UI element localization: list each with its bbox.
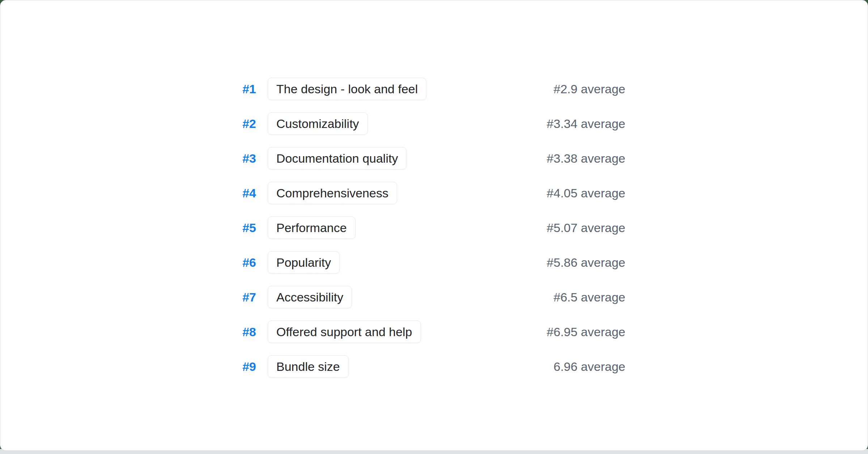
rank-badge: #7: [230, 290, 256, 304]
ranking-row: #6 Popularity #5.86 average: [230, 251, 625, 274]
ranking-row: #2 Customizability #3.34 average: [230, 112, 625, 135]
rank-badge: #1: [230, 82, 256, 96]
average-value: #5.07 average: [547, 221, 625, 235]
survey-card: #1 The design - look and feel #2.9 avera…: [0, 0, 868, 451]
option-card[interactable]: Comprehensiveness: [268, 182, 397, 204]
ranking-row: #4 Comprehensiveness #4.05 average: [230, 182, 625, 204]
rank-badge: #4: [230, 186, 256, 200]
average-value: #6.5 average: [554, 290, 626, 304]
rank-badge: #3: [230, 151, 256, 166]
option-card[interactable]: Offered support and help: [268, 321, 421, 343]
option-card[interactable]: Accessibility: [268, 286, 352, 308]
average-value: #6.95 average: [547, 325, 625, 339]
average-value: #2.9 average: [554, 82, 626, 96]
rank-badge: #5: [230, 221, 256, 235]
option-card[interactable]: Documentation quality: [268, 147, 407, 170]
ranking-row: #3 Documentation quality #3.38 average: [230, 147, 625, 170]
ranking-row: #7 Accessibility #6.5 average: [230, 286, 625, 308]
option-card[interactable]: Popularity: [268, 251, 340, 274]
ranking-row: #5 Performance #5.07 average: [230, 217, 625, 239]
rank-badge: #2: [230, 117, 256, 131]
average-value: #5.86 average: [547, 256, 625, 270]
average-value: #4.05 average: [547, 186, 625, 200]
option-card[interactable]: Customizability: [268, 112, 368, 135]
rank-badge: #8: [230, 325, 256, 339]
average-value: #3.34 average: [547, 117, 625, 131]
average-value: #3.38 average: [547, 151, 625, 166]
ranking-row: #8 Offered support and help #6.95 averag…: [230, 321, 625, 343]
rank-badge: #9: [230, 360, 256, 374]
ranking-list: #1 The design - look and feel #2.9 avera…: [0, 78, 868, 390]
ranking-row: #9 Bundle size 6.96 average: [230, 355, 625, 378]
rank-badge: #6: [230, 256, 256, 270]
option-card[interactable]: The design - look and feel: [268, 78, 426, 100]
ranking-row: #1 The design - look and feel #2.9 avera…: [230, 78, 625, 100]
average-value: 6.96 average: [554, 360, 626, 374]
option-card[interactable]: Bundle size: [268, 355, 349, 378]
option-card[interactable]: Performance: [268, 217, 356, 239]
